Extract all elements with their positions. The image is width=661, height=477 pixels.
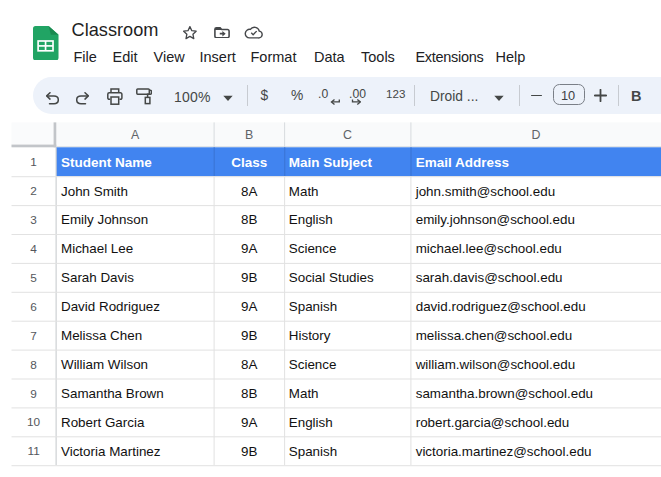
- svg-text:4: 4: [30, 242, 37, 256]
- svg-text:John Smith: John Smith: [61, 184, 128, 199]
- svg-text:Science: Science: [289, 357, 337, 372]
- svg-text:Emily Johnson: Emily Johnson: [61, 212, 148, 227]
- svg-text:Math: Math: [289, 386, 319, 401]
- svg-text:Student Name: Student Name: [61, 155, 152, 170]
- svg-text:Spanish: Spanish: [289, 444, 337, 459]
- svg-text:11: 11: [27, 444, 39, 458]
- svg-text:History: History: [289, 328, 331, 343]
- svg-text:Class: Class: [231, 155, 267, 170]
- svg-text:samantha.brown@school.edu: samantha.brown@school.edu: [416, 386, 593, 401]
- svg-text:robert.garcia@school.edu: robert.garcia@school.edu: [416, 415, 570, 430]
- svg-text:melissa.chen@school.edu: melissa.chen@school.edu: [416, 328, 573, 343]
- svg-text:9A: 9A: [241, 415, 257, 430]
- svg-text:3: 3: [30, 213, 37, 227]
- svg-text:michael.lee@school.edu: michael.lee@school.edu: [416, 241, 562, 256]
- svg-text:10: 10: [27, 415, 41, 429]
- svg-text:9B: 9B: [241, 328, 257, 343]
- svg-text:david.rodriguez@school.edu: david.rodriguez@school.edu: [416, 299, 586, 314]
- svg-text:Robert Garcia: Robert Garcia: [61, 415, 145, 430]
- svg-text:Sarah Davis: Sarah Davis: [61, 270, 134, 285]
- svg-text:B: B: [245, 128, 253, 142]
- svg-text:9B: 9B: [241, 270, 257, 285]
- svg-text:D: D: [531, 128, 540, 142]
- svg-text:9B: 9B: [241, 444, 257, 459]
- svg-text:English: English: [289, 415, 333, 430]
- svg-text:9A: 9A: [241, 299, 257, 314]
- svg-text:Main Subject: Main Subject: [289, 155, 373, 170]
- svg-text:David Rodriguez: David Rodriguez: [61, 299, 160, 314]
- svg-text:Science: Science: [289, 241, 337, 256]
- svg-text:William Wilson: William Wilson: [61, 357, 148, 372]
- svg-text:9A: 9A: [241, 241, 257, 256]
- svg-text:8A: 8A: [241, 184, 257, 199]
- svg-text:English: English: [289, 212, 333, 227]
- svg-text:Email Address: Email Address: [416, 155, 509, 170]
- svg-text:Melissa Chen: Melissa Chen: [61, 328, 142, 343]
- svg-text:5: 5: [30, 271, 37, 285]
- svg-text:8: 8: [30, 358, 37, 372]
- svg-text:6: 6: [30, 300, 37, 314]
- svg-text:8A: 8A: [241, 357, 257, 372]
- svg-text:C: C: [343, 128, 352, 142]
- svg-text:8B: 8B: [241, 212, 257, 227]
- svg-text:2: 2: [30, 184, 37, 198]
- svg-text:Victoria Martinez: Victoria Martinez: [61, 444, 161, 459]
- svg-text:victoria.martinez@school.edu: victoria.martinez@school.edu: [416, 444, 592, 459]
- svg-text:william.wilson@school.edu: william.wilson@school.edu: [415, 357, 575, 372]
- svg-text:Social Studies: Social Studies: [289, 270, 374, 285]
- svg-text:9: 9: [30, 387, 37, 401]
- svg-text:Michael Lee: Michael Lee: [61, 241, 133, 256]
- svg-text:sarah.davis@school.edu: sarah.davis@school.edu: [416, 270, 563, 285]
- svg-text:8B: 8B: [241, 386, 257, 401]
- svg-text:1: 1: [30, 155, 37, 169]
- svg-text:Samantha Brown: Samantha Brown: [61, 386, 164, 401]
- svg-text:7: 7: [30, 329, 37, 343]
- svg-text:A: A: [131, 128, 140, 142]
- svg-text:john.smith@school.edu: john.smith@school.edu: [415, 184, 555, 199]
- svg-text:emily.johnson@school.edu: emily.johnson@school.edu: [416, 212, 575, 227]
- svg-text:Math: Math: [289, 184, 319, 199]
- svg-text:Spanish: Spanish: [289, 299, 337, 314]
